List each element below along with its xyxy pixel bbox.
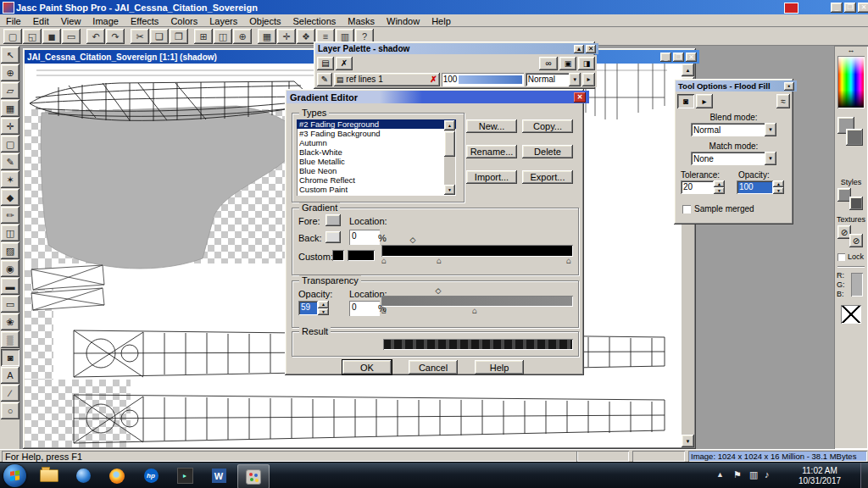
paste-icon[interactable]: ❐ <box>170 29 188 44</box>
flood-fill-tab-icon[interactable]: ◙ <box>677 94 694 108</box>
menu-view[interactable]: View <box>55 15 87 27</box>
spin-down-icon[interactable]: ▼ <box>773 187 784 194</box>
background-texture-swatch[interactable]: ⊘ <box>849 234 863 247</box>
undo-icon[interactable]: ↶ <box>86 29 105 44</box>
list-scrollbar[interactable]: ▲ ▼ <box>444 120 455 195</box>
preset-shapes-tool[interactable]: ○ <box>1 402 19 419</box>
blend-mode-select[interactable]: Normal ▼ <box>691 123 776 136</box>
ok-button[interactable]: OK <box>342 360 392 374</box>
layer-blend-mode-select[interactable]: Normal ▼ <box>526 73 581 86</box>
scroll-up-icon[interactable]: ▲ <box>444 120 455 130</box>
menu-colors[interactable]: Colors <box>164 15 203 27</box>
save-icon[interactable]: ◼ <box>42 29 61 44</box>
custom-color-preview[interactable] <box>348 250 375 261</box>
text-tool[interactable]: A <box>1 367 19 384</box>
clone-tool[interactable]: ◫ <box>1 225 19 241</box>
transparency-stop-marker[interactable]: ⌂ <box>472 307 477 315</box>
transparency-midpoint-marker[interactable]: ◇ <box>436 287 442 295</box>
tool-options-pin-icon[interactable]: ▪ <box>784 82 794 91</box>
menu-file[interactable]: File <box>0 15 27 27</box>
rename-button[interactable]: Rename... <box>466 145 517 158</box>
scroll-down-icon[interactable]: ▼ <box>444 185 455 195</box>
export-button[interactable]: Export... <box>522 170 573 184</box>
scroll-thumb[interactable] <box>444 131 455 157</box>
gradient-editor-titlebar[interactable]: Gradient Editor ✕ <box>287 91 589 103</box>
cut-icon[interactable]: ✂ <box>131 29 149 44</box>
taskbar-app-paint-shop-pro[interactable] <box>237 464 270 488</box>
eraser-tool[interactable]: ▭ <box>1 296 19 313</box>
gradient-stop-marker[interactable]: ⌂ <box>437 257 442 265</box>
open-icon[interactable]: ◱ <box>23 29 42 44</box>
spin-up-icon[interactable]: ▲ <box>714 180 725 187</box>
scratch-remover-tool[interactable]: ▬ <box>1 278 19 295</box>
help-button[interactable]: Help <box>475 360 524 374</box>
new-layer-icon[interactable]: ▤ <box>317 57 334 70</box>
airbrush-tool[interactable]: ▒ <box>1 331 19 348</box>
layer-name-button[interactable]: ▤ ref lines 1 ✗ <box>334 73 440 86</box>
gradient-bar[interactable]: ◇ ⌂ ⌂ ⌂ <box>381 245 573 257</box>
zoom-normal-icon[interactable]: ⊕ <box>233 29 252 44</box>
gradient-type-item[interactable]: #2 Fading Foreground <box>297 119 456 129</box>
show-desktop-button[interactable] <box>860 463 868 488</box>
deform-tool[interactable]: ▱ <box>1 82 19 99</box>
tool-palette-icon[interactable]: ✛ <box>277 29 296 44</box>
taskbar-app-firefox[interactable] <box>102 464 132 487</box>
hidden-icons-icon[interactable]: ▲ <box>716 470 724 479</box>
taskbar-app-hp[interactable]: hp <box>136 464 166 487</box>
volume-icon[interactable]: ♪ <box>765 469 770 480</box>
gradient-stop-marker[interactable]: ⌂ <box>381 257 387 265</box>
back-swatch[interactable] <box>326 231 341 243</box>
color-palette-icon[interactable]: ❖ <box>297 29 315 44</box>
fullscreen-icon[interactable]: ⊞ <box>194 29 213 44</box>
gradient-type-item[interactable]: Blue Neon <box>297 166 456 175</box>
print-icon[interactable]: ▭ <box>62 29 81 44</box>
app-titlebar[interactable]: Jasc Paint Shop Pro - JAI_Cessna_Citatio… <box>0 0 868 14</box>
spin-down-icon[interactable]: ▼ <box>714 187 725 194</box>
menu-effects[interactable]: Effects <box>125 15 164 27</box>
gradient-type-item[interactable]: Blue Metallic <box>297 157 456 166</box>
menu-layers[interactable]: Layers <box>203 15 243 27</box>
tool-options-titlebar[interactable]: Tool Options - Flood Fill ▪ <box>676 80 797 92</box>
browse-icon[interactable]: ◫ <box>214 29 232 44</box>
canvas-restore-button[interactable]: ❐ <box>673 53 684 62</box>
null-style-swatch[interactable] <box>841 305 861 324</box>
toolbars-icon[interactable]: ▦ <box>258 29 276 44</box>
mask-view-icon[interactable]: ▣ <box>559 57 576 70</box>
copy-button[interactable]: Copy... <box>522 119 573 133</box>
menu-window[interactable]: Window <box>381 15 426 27</box>
color-replacer-tool[interactable]: ▨ <box>1 242 19 259</box>
layer-glasses-icon[interactable]: ∞ <box>539 57 558 70</box>
gradient-type-item[interactable]: Chrome Reflect <box>297 175 456 185</box>
close-button[interactable]: ✕ <box>858 3 868 13</box>
restore-button[interactable]: ❐ <box>844 3 856 13</box>
background-color-swatch[interactable] <box>846 129 863 146</box>
canvas-minimize-button[interactable]: _ <box>660 53 671 62</box>
magic-wand-tool[interactable]: ✶ <box>1 171 19 188</box>
taskbar-app-media[interactable]: ▸ <box>170 464 200 487</box>
picture-tube-tool[interactable]: ❀ <box>1 313 19 330</box>
scroll-up-icon[interactable]: ▲ <box>682 64 694 76</box>
layer-more-icon[interactable]: ▸ <box>582 73 595 86</box>
arrow-tool[interactable]: ↖ <box>1 47 19 64</box>
gradient-midpoint-marker[interactable]: ◇ <box>410 236 416 244</box>
import-button[interactable]: Import... <box>466 170 517 184</box>
match-mode-select[interactable]: None ▼ <box>691 152 776 165</box>
blend-dropdown-icon[interactable]: ▼ <box>569 73 581 86</box>
sample-merged-checkbox[interactable] <box>682 205 691 214</box>
gradient-type-item[interactable]: Custom Paint <box>297 185 456 194</box>
layer-palette-close-button[interactable]: ✕ <box>586 45 596 53</box>
shade-button[interactable]: ▴ <box>574 45 584 53</box>
options-tab-icon[interactable]: ▸ <box>696 94 713 108</box>
layer-type-brush-icon[interactable]: ✎ <box>317 73 332 86</box>
paintbrush-tool[interactable]: ✏ <box>1 207 19 224</box>
taskbar-app-word[interactable]: W <box>203 464 234 487</box>
new-button[interactable]: New... <box>466 119 517 133</box>
layer-opacity-slider[interactable]: 100 <box>442 73 524 86</box>
taskbar-app-explorer[interactable] <box>34 464 64 487</box>
fore-swatch[interactable] <box>326 214 341 226</box>
retouch-tool[interactable]: ◉ <box>1 260 19 277</box>
selection-tool[interactable]: ▢ <box>1 136 19 152</box>
scroll-down-icon[interactable]: ▼ <box>682 435 694 447</box>
spin-up-icon[interactable]: ▲ <box>773 180 784 187</box>
crop-tool[interactable]: ▦ <box>1 100 19 117</box>
